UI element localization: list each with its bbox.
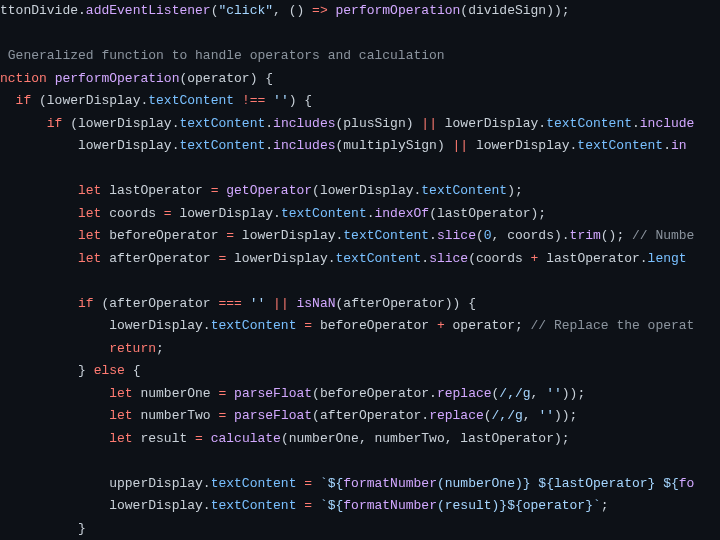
code-line[interactable]: return; xyxy=(0,338,694,361)
code-line[interactable] xyxy=(0,270,694,293)
code-line[interactable]: let lastOperator = getOperator(lowerDisp… xyxy=(0,180,694,203)
code-line[interactable]: if (lowerDisplay.textContent !== '') { xyxy=(0,90,694,113)
code-line[interactable]: } xyxy=(0,518,694,541)
code-line[interactable] xyxy=(0,450,694,473)
code-line[interactable]: lowerDisplay.textContent = `${formatNumb… xyxy=(0,495,694,518)
code-line[interactable]: let afterOperator = lowerDisplay.textCon… xyxy=(0,248,694,271)
code-line[interactable]: Generalized function to handle operators… xyxy=(0,45,694,68)
code-editor-view[interactable]: ttonDivide.addEventListener("click", () … xyxy=(0,23,694,541)
code-line[interactable]: let beforeOperator = lowerDisplay.textCo… xyxy=(0,225,694,248)
code-line[interactable]: if (lowerDisplay.textContent.includes(pl… xyxy=(0,113,694,136)
code-line[interactable]: upperDisplay.textContent = `${formatNumb… xyxy=(0,473,694,496)
code-line[interactable]: nction performOperation(operator) { xyxy=(0,68,694,91)
code-line[interactable]: let numberTwo = parseFloat(afterOperator… xyxy=(0,405,694,428)
code-line[interactable]: let coords = lowerDisplay.textContent.in… xyxy=(0,203,694,226)
code-line[interactable]: } else { xyxy=(0,360,694,383)
code-line[interactable] xyxy=(0,23,694,46)
code-line[interactable]: lowerDisplay.textContent = beforeOperato… xyxy=(0,315,694,338)
code-line[interactable]: let result = calculate(numberOne, number… xyxy=(0,428,694,451)
code-line[interactable]: let numberOne = parseFloat(beforeOperato… xyxy=(0,383,694,406)
code-line[interactable]: if (afterOperator === '' || isNaN(afterO… xyxy=(0,293,694,316)
code-line[interactable]: lowerDisplay.textContent.includes(multip… xyxy=(0,135,694,158)
code-line[interactable] xyxy=(0,158,694,181)
